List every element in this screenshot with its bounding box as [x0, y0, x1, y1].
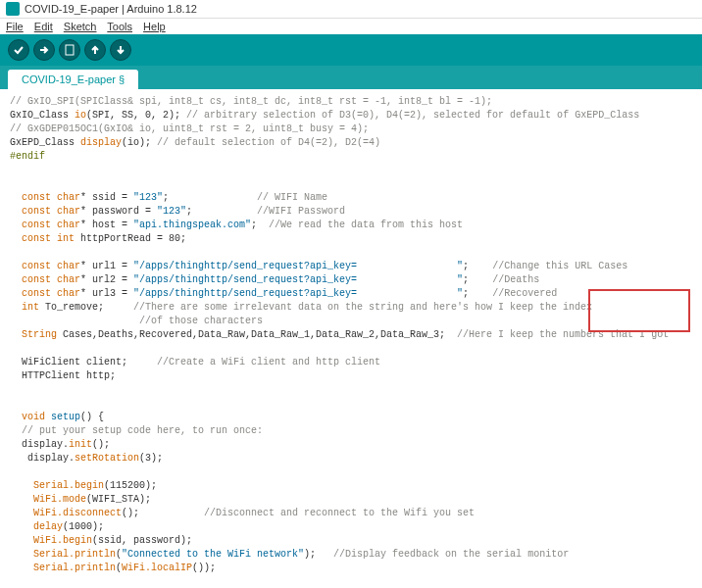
menu-sketch[interactable]: Sketch: [64, 21, 97, 32]
menu-edit[interactable]: Edit: [34, 21, 53, 32]
code-line: WiFi.disconnect(); //Disconnect and reco…: [10, 508, 475, 518]
tab-sketch[interactable]: COVID-19_E-paper §: [8, 70, 138, 89]
code-line: WiFi.mode(WIFI_STA);: [10, 494, 151, 505]
code-line: const int httpPortRead = 80;: [10, 233, 186, 244]
menu-tools[interactable]: Tools: [107, 21, 132, 32]
verify-button[interactable]: [8, 39, 29, 61]
open-button[interactable]: [84, 39, 106, 61]
file-icon: [64, 44, 75, 56]
code-line: Serial.println(WiFi.localIP());: [10, 563, 216, 573]
code-line: display.init();: [10, 439, 110, 450]
code-line: const char* url2 = "/apps/thinghttp/send…: [10, 274, 539, 285]
code-editor[interactable]: // GxIO_SPI(SPIClass& spi, int8_t cs, in…: [0, 89, 702, 581]
menu-bar: File Edit Sketch Tools Help: [0, 19, 702, 34]
code-line: const char* password = "123"; //WIFI Pas…: [10, 206, 345, 217]
save-button[interactable]: [110, 39, 131, 61]
arrow-up-icon: [89, 44, 101, 56]
code-line: WiFiClient client; //Create a WiFi clien…: [10, 357, 380, 368]
code-line: //of those characters: [10, 316, 263, 326]
code-line: Serial.begin(115200);: [10, 480, 157, 491]
code-line: WiFi.begin(ssid, password);: [10, 535, 192, 546]
code-line: // GxIO_SPI(SPIClass& spi, int8_t cs, in…: [10, 96, 492, 107]
arrow-down-icon: [115, 44, 126, 56]
code-line: void setup() {: [10, 412, 104, 422]
check-icon: [13, 44, 25, 56]
code-line: // put your setup code here, to run once…: [10, 425, 263, 436]
code-line: #endif: [10, 151, 45, 162]
menu-help[interactable]: Help: [143, 21, 166, 32]
menu-file[interactable]: File: [6, 21, 24, 32]
code-line: GxEPD_Class display(io); // default sele…: [10, 137, 380, 148]
code-line: String Cases,Deaths,Recovered,Data_Raw,D…: [10, 329, 669, 340]
code-line: const char* url1 = "/apps/thinghttp/send…: [10, 261, 627, 271]
arrow-right-icon: [38, 44, 50, 56]
code-line: int To_remove; //There are some irreleva…: [10, 302, 592, 313]
tab-bar: COVID-19_E-paper §: [0, 66, 702, 89]
code-line: const char* host = "api.thingspeak.com";…: [10, 220, 463, 230]
svg-rect-0: [66, 45, 74, 55]
code-line: const char* ssid = "123"; // WIFI Name: [10, 192, 327, 203]
code-line: HTTPClient http;: [10, 370, 116, 381]
code-line: delay(1000);: [10, 521, 104, 532]
code-line: // GxGDEP015OC1(GxIO& io, uint8_t rst = …: [10, 123, 369, 134]
arduino-icon: [6, 2, 20, 16]
code-line: Serial.println("Connected to the WiFi ne…: [10, 549, 569, 560]
code-line: GxIO_Class io(SPI, SS, 0, 2); // arbitra…: [10, 110, 639, 121]
window-title: COVID-19_E-paper | Arduino 1.8.12: [25, 3, 197, 15]
code-line: const char* url3 = "/apps/thinghttp/send…: [10, 288, 557, 299]
title-bar: COVID-19_E-paper | Arduino 1.8.12: [0, 0, 702, 19]
new-button[interactable]: [59, 39, 80, 61]
upload-button[interactable]: [33, 39, 55, 61]
toolbar: [0, 34, 702, 66]
code-line: display.setRotation(3);: [10, 453, 163, 464]
